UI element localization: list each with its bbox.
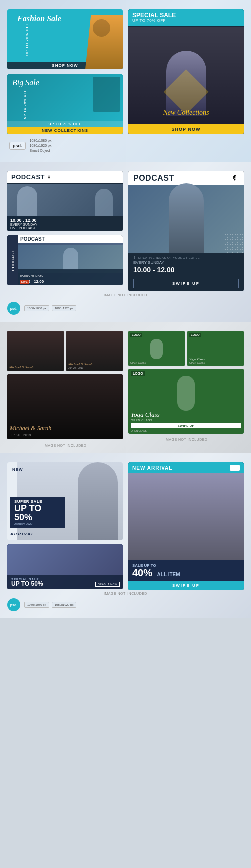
podcast-square-card: PODCAST 🎙 10.00 . 12.00 EVERY SUNDAY LIV… xyxy=(7,171,123,231)
special-sale-sub: UP TO 70% OFF xyxy=(132,18,240,23)
new-collections-text: New Collections xyxy=(132,109,240,117)
wedding-sq-1: Michael & Sarah xyxy=(7,331,64,371)
new-arrival-logo xyxy=(230,465,240,471)
yoga-tall-logo: LOGO xyxy=(131,371,145,376)
yoga-sq-1: LOGO OPEN CLASS xyxy=(128,331,185,366)
wedding-sq-2-date: Jun 20 . 2019 xyxy=(68,366,121,369)
sale-psd-size2: 1080x1920 px xyxy=(52,602,77,608)
new-arrival-swipe-bar[interactable]: SWIPE UP xyxy=(128,581,244,590)
special-sale-title: SPECIAL SALE xyxy=(132,12,240,18)
yoga-img-not-included: IMAGE NOT INCLUDED xyxy=(128,436,244,441)
all-item-text: ALL ITEM xyxy=(157,572,180,577)
man-silhouette xyxy=(169,183,204,253)
swipe-up-bar[interactable]: SWIPE UP xyxy=(133,279,239,288)
podcast-psd-icons: 1080x1080 px 1080x1920 px xyxy=(24,305,76,311)
section-super-sale: NEW SUPER SALE UP TO 50% January 2020 AR… xyxy=(0,453,251,618)
live-badge: LIVE xyxy=(20,280,29,284)
section-podcast: PODCAST 🎙 10.00 . 12.00 EVERY SUNDAY LIV… xyxy=(0,162,251,322)
big-sale-card: UP TO 70% OFF Big Sale UP TO 70% OFF NEW… xyxy=(7,74,123,134)
big-sale-title: Big Sale xyxy=(12,78,39,87)
bar-newcoll: NEW COLLECTIONS xyxy=(7,127,123,134)
yoga-open-class-bottom: OPEN CLASS xyxy=(131,429,241,432)
podcast-sm-time: 10.00 - 12.00 xyxy=(20,279,121,284)
grab-it-now-btn[interactable]: GRAB IT NOW xyxy=(95,582,120,587)
person2 xyxy=(93,77,120,112)
big-percent: 40% ALL ITEM xyxy=(132,568,240,578)
sale-psd-row: psd. 1080x1080 px 1080x1920 px xyxy=(7,598,244,611)
fashion-left-col: UP TO 70% OFF Fashion Sale SHOP NOW UP T… xyxy=(7,9,123,134)
bar-off: UP TO 70% OFF xyxy=(7,121,123,127)
big-sale-bars: UP TO 70% OFF NEW COLLECTIONS xyxy=(7,121,123,134)
podcast-psd-row: psd. 1080x1080 px 1080x1920 px xyxy=(7,302,244,315)
psd-size2: 1080x1920 px xyxy=(30,143,52,148)
sale-psd-size1: 1080x1080 px xyxy=(24,602,49,608)
mic-small-icon: 🎙 xyxy=(133,256,137,259)
big-pct-value: 40% xyxy=(132,567,152,578)
dot-pattern xyxy=(224,233,244,253)
special-sale-sm-card: SPECIAL SALE UP TO 50% GRAB IT NOW xyxy=(7,544,123,589)
podcast-tall-info: 🎙 CREATIVE IDEAS OF YOUNG PEOPLE EVERY S… xyxy=(128,253,244,277)
wedding-tall-name: Michael & Sarah xyxy=(10,425,120,432)
creative-label: CREATIVE IDEAS OF YOUNG PEOPLE xyxy=(138,256,200,259)
every-sunday-text: EVERY SUNDAY xyxy=(133,260,239,265)
fashion-sale-card: UP TO 70% OFF Fashion Sale SHOP NOW xyxy=(7,9,123,69)
psd-size1: 1080x1080 px xyxy=(30,138,52,143)
arrival-text: ARRIVAL xyxy=(10,532,35,536)
wedding-sq-1-content: Michael & Sarah xyxy=(9,365,62,369)
head-shape xyxy=(93,19,110,37)
section-wedding-yoga: Michael & Sarah Michael & Sarah Jun 20 .… xyxy=(0,322,251,453)
wedding-sq-2-name: Michael & Sarah xyxy=(68,362,121,366)
mic-icon: 🎙 xyxy=(47,174,52,180)
new-tag: NEW xyxy=(12,467,23,472)
upto-text: UP TO 70% OFF xyxy=(23,90,26,119)
podcast-sq-title: PODCAST xyxy=(11,173,45,181)
super-sale-grid: NEW SUPER SALE UP TO 50% January 2020 AR… xyxy=(7,462,244,590)
psd-size-box2: 1080x1920 px xyxy=(52,305,77,311)
podcast-side-label: PODCAST xyxy=(7,235,18,285)
img-not-included-1: IMAGE NOT INCLUDED xyxy=(7,291,244,299)
podcast-sm-time-info: EVERY SUNDAY 10.00 - 12.00 xyxy=(18,269,123,285)
psd-size-info: 1080x1080 px 1080x1920 px Smart Object xyxy=(30,138,52,153)
wedding-sq-1-name: Michael & Sarah xyxy=(9,365,62,369)
yoga-tall-open-class: OPEN CLASS xyxy=(131,419,241,422)
wedding-sq-2-content: Michael & Sarah Jun 20 . 2019 xyxy=(68,362,121,369)
yoga-open-class-1: OPEN CLASS xyxy=(130,361,183,364)
yoga-sq-2: LOGO Yoga Class OPEN CLASS xyxy=(187,331,244,366)
new-arrival-tall-card: NEW ARRIVAL SALE UP TO 40% ALL ITEM SWIP… xyxy=(128,462,244,590)
fashion-title: Fashion Sale xyxy=(17,14,61,23)
podcast-sm-day: EVERY SUNDAY xyxy=(20,275,43,278)
yoga-person-tall xyxy=(177,376,195,411)
yoga-open-class-2: OPEN CLASS xyxy=(189,361,242,364)
podcast-sq-photo xyxy=(7,184,123,216)
podcast-sq-info: 10.00 . 12.00 EVERY SUNDAY LIVE PODCAST xyxy=(7,216,40,231)
new-arrival-title: NEW ARRIVAL xyxy=(132,465,172,471)
new-arrival-photo xyxy=(128,473,244,560)
podcast-sm-main: PODCAST EVERY SUNDAY 10.00 - 12.00 LIVE xyxy=(18,235,123,285)
sale-img-not-included: IMAGE NOT INCLUDED xyxy=(7,590,244,595)
side-text-uptoff: UP TO 70% OFF xyxy=(25,23,29,56)
new-arrival-sale-info: SALE UP TO 40% ALL ITEM xyxy=(128,560,244,581)
podcast-tall-mic-icon: 🎙 xyxy=(232,174,239,182)
podcast-tall-photo xyxy=(128,185,244,253)
super-sale-card: NEW SUPER SALE UP TO 50% January 2020 AR… xyxy=(7,462,123,540)
podcast-sq-header: PODCAST 🎙 xyxy=(7,171,123,183)
super-sale-left-col: NEW SUPER SALE UP TO 50% January 2020 AR… xyxy=(7,462,123,590)
wedding-top-row: Michael & Sarah Michael & Sarah Jun 20 .… xyxy=(7,331,123,371)
podcast-small-card: PODCAST PODCAST EVERY SUNDAY 10.00 - 12.… xyxy=(7,235,123,285)
sale-psd-badge: psd. xyxy=(7,598,20,611)
psd-size-box1: 1080x1080 px xyxy=(24,305,49,311)
yoga-card-set: LOGO OPEN CLASS LOGO Yoga Class OPEN CLA… xyxy=(128,331,244,447)
yoga-swipe-btn[interactable]: SWIPE UP xyxy=(131,423,241,428)
wedding-tall-date: Jun 20 . 2019 xyxy=(10,433,120,437)
special-sale-tall-card: SPECIAL SALE UP TO 70% OFF New Collectio… xyxy=(128,9,244,134)
wedding-card-set: Michael & Sarah Michael & Sarah Jun 20 .… xyxy=(7,331,123,447)
percent-text: UP TO 50% xyxy=(14,504,61,522)
special-sale-header: SPECIAL SALE UP TO 70% OFF xyxy=(128,9,244,26)
podcast-tall-title: PODCAST xyxy=(133,173,174,183)
yoga-logo-2: LOGO xyxy=(189,333,201,337)
sale-date: January 2020 xyxy=(14,522,61,525)
podcast-sq-sub: LIVE PODCAST xyxy=(10,226,37,230)
podcast-sq-day: EVERY SUNDAY xyxy=(10,223,37,226)
podcast-psd-badge: psd. xyxy=(7,302,20,315)
sale-box: SUPER SALE UP TO 50% January 2020 xyxy=(10,497,65,528)
